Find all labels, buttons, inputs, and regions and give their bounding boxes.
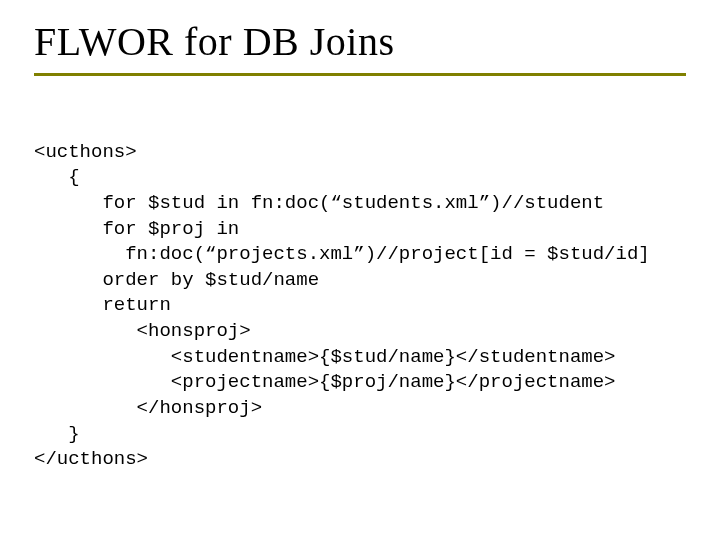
slide: FLWOR for DB Joins <ucthons> { for $stud… [0, 0, 720, 540]
code-line: return [34, 294, 171, 316]
code-line: } [34, 423, 80, 445]
title-area: FLWOR for DB Joins [0, 0, 720, 69]
code-line: <ucthons> [34, 141, 137, 163]
slide-title: FLWOR for DB Joins [34, 18, 686, 65]
code-line: <honsproj> [34, 320, 251, 342]
code-line: for $proj in [34, 218, 239, 240]
code-line: order by $stud/name [34, 269, 319, 291]
code-line: { [34, 166, 80, 188]
code-line: fn:doc(“projects.xml”)//project[id = $st… [34, 243, 650, 265]
code-line: <projectname>{$proj/name}</projectname> [34, 371, 616, 393]
code-line: <studentname>{$stud/name}</studentname> [34, 346, 616, 368]
code-block: <ucthons> { for $stud in fn:doc(“student… [0, 76, 720, 499]
code-line: for $stud in fn:doc(“students.xml”)//stu… [34, 192, 604, 214]
code-line: </ucthons> [34, 448, 148, 470]
code-line: </honsproj> [34, 397, 262, 419]
